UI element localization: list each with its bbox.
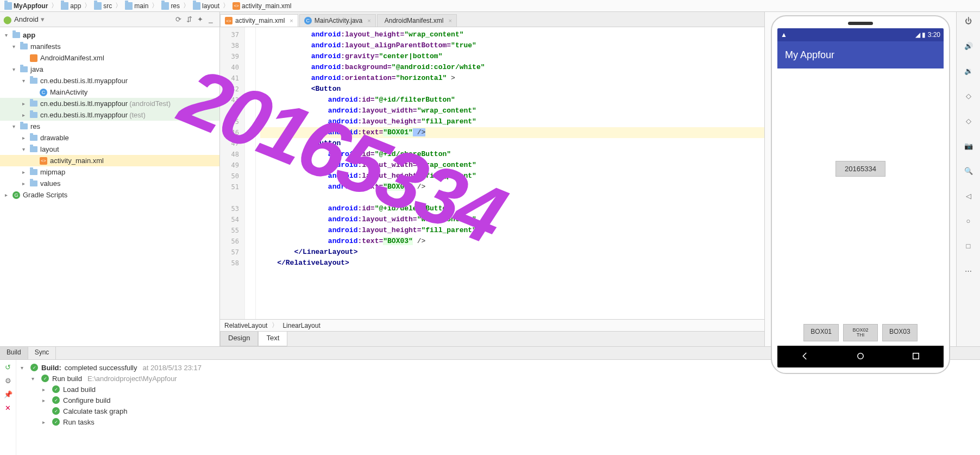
layout-preview: ▲ ◢ ▮ 3:20 My Appfour 20165334 BOX01 BOX… (765, 12, 956, 346)
status-bar: ▲ ◢ ▮ 3:20 (777, 28, 944, 41)
sync-icon[interactable]: ⟳ (173, 14, 184, 25)
overview-nav-icon[interactable]: □ (962, 239, 975, 252)
zoom-icon[interactable]: 🔍 (962, 164, 975, 177)
tree-item[interactable]: ▸values (0, 178, 219, 189)
crumb-app[interactable]: app (59, 2, 83, 10)
build-row[interactable]: ✓Calculate task graph (21, 406, 976, 416)
sync-tab[interactable]: Sync (28, 347, 56, 359)
tree-item[interactable]: ▾manifests (0, 41, 219, 52)
power-icon[interactable]: ⏻ (962, 14, 975, 27)
home-icon[interactable] (856, 351, 865, 363)
line-gutter: 3738394041424344454647484950515354555657… (220, 27, 245, 319)
emulator-toolbar: ⏻ 🔊 🔉 ◇ ◇ 📷 🔍 ◁ ○ □ ⋯ (956, 12, 980, 346)
tree-item[interactable]: ▸GGradle Scripts (0, 189, 219, 201)
tree-item[interactable]: ▾layout (0, 144, 219, 155)
build-row[interactable]: ▸✓Run tasks (21, 416, 976, 427)
battery-icon: ▮ (922, 31, 926, 39)
close-tab-icon[interactable]: × (290, 17, 293, 24)
volume-down-icon[interactable]: 🔉 (962, 64, 975, 77)
build-timestamp: at 2018/5/13 23:17 (143, 364, 202, 372)
crumb-file[interactable]: <>activity_main.xml (230, 2, 293, 10)
build-title: Build: (41, 364, 61, 372)
warning-icon: ▲ (781, 31, 787, 39)
crumb-res[interactable]: res (159, 2, 182, 10)
build-row[interactable]: ▾✓Run buildE:\androidproject\MyAppfour (21, 373, 976, 384)
center-button[interactable]: 20165334 (835, 161, 885, 177)
svg-rect-1 (913, 353, 919, 359)
tree-item[interactable]: AndroidManifest.xml (0, 52, 219, 64)
design-tab[interactable]: Design (220, 332, 258, 346)
tree-item[interactable]: ▾res (0, 121, 219, 132)
crumb-project[interactable]: MyAppfour (2, 2, 50, 10)
android-icon: ⬤ (3, 15, 12, 24)
tree-item[interactable]: ▸cn.edu.besti.is.ltl.myappfour(androidTe… (0, 98, 219, 109)
status-ok-icon: ✓ (30, 364, 38, 371)
editor-tabs: <>activity_main.xml×CMainActivity.java×A… (220, 12, 764, 27)
fold-gutter[interactable] (245, 27, 256, 319)
recent-icon[interactable] (911, 351, 921, 363)
phone-frame: ▲ ◢ ▮ 3:20 My Appfour 20165334 BOX01 BOX… (771, 15, 950, 374)
module-selector[interactable]: Android (14, 15, 39, 23)
editor-tab[interactable]: AndroidManifest.xml× (377, 14, 457, 27)
code-editor[interactable]: android:layout_height="wrap_content" and… (256, 27, 764, 319)
build-tab[interactable]: Build (0, 347, 28, 359)
crumb-layout[interactable]: layout (191, 2, 222, 10)
nav-bar (777, 346, 944, 367)
box03-button[interactable]: BOX03 (882, 324, 918, 341)
project-panel: ⬤ Android ▾ ⟳ ⇵ ✦ ⎯ ▾app▾manifestsAndroi… (0, 12, 220, 346)
editor-area: <>activity_main.xml×CMainActivity.java×A… (220, 12, 765, 346)
pin-icon[interactable]: 📌 (4, 390, 12, 398)
rotate-right-icon[interactable]: ◇ (962, 114, 975, 127)
filter-icon[interactable]: ⚙ (5, 377, 11, 385)
tree-item[interactable]: CMainActivity (0, 86, 219, 98)
tree-item[interactable]: ▸mipmap (0, 166, 219, 178)
app-bar: My Appfour (777, 41, 944, 68)
build-row[interactable]: ▸✓Configure build (21, 395, 976, 406)
crumb-main[interactable]: main (123, 2, 150, 10)
camera-icon[interactable]: 📷 (962, 139, 975, 152)
crumb-src[interactable]: src (92, 2, 114, 10)
home-nav-icon[interactable]: ○ (962, 214, 975, 227)
settings-icon[interactable]: ✦ (194, 14, 205, 25)
back-icon[interactable] (800, 351, 810, 363)
structure-breadcrumb[interactable]: RelativeLayout〉LinearLayout (220, 319, 764, 331)
editor-tab[interactable]: CMainActivity.java× (299, 14, 376, 27)
close-tab-icon[interactable]: × (367, 17, 370, 24)
box02-button[interactable]: BOX02THI (843, 324, 878, 341)
more-icon[interactable]: ⋯ (962, 264, 975, 277)
build-status: completed successfully (65, 364, 137, 372)
rotate-left-icon[interactable]: ◇ (962, 89, 975, 102)
collapse-icon[interactable]: ⇵ (184, 14, 194, 25)
text-tab[interactable]: Text (258, 332, 287, 346)
back-nav-icon[interactable]: ◁ (962, 189, 975, 202)
tree-item[interactable]: ▾cn.edu.besti.is.ltl.myappfour (0, 75, 219, 86)
tree-item[interactable]: <>activity_main.xml (0, 155, 219, 166)
editor-tab[interactable]: <>activity_main.xml× (220, 14, 298, 27)
app-title: My Appfour (785, 49, 834, 61)
box01-button[interactable]: BOX01 (803, 324, 839, 341)
breadcrumb-bar: MyAppfour〉 app〉 src〉 main〉 res〉 layout〉 … (0, 0, 980, 12)
tree-item[interactable]: ▾app (0, 29, 219, 41)
volume-up-icon[interactable]: 🔊 (962, 39, 975, 52)
tree-item[interactable]: ▾java (0, 64, 219, 75)
signal-icon: ◢ (915, 31, 920, 39)
close-build-icon[interactable]: ✕ (5, 404, 11, 412)
hide-icon[interactable]: ⎯ (205, 14, 216, 25)
build-row[interactable]: ▸✓Load build (21, 384, 976, 395)
clock-text: 3:20 (928, 31, 940, 39)
tree-item[interactable]: ▸cn.edu.besti.is.ltl.myappfour(test) (0, 109, 219, 121)
rerun-icon[interactable]: ↺ (5, 363, 11, 371)
tree-item[interactable]: ▸drawable (0, 132, 219, 144)
svg-point-0 (858, 353, 864, 359)
close-tab-icon[interactable]: × (448, 17, 451, 24)
